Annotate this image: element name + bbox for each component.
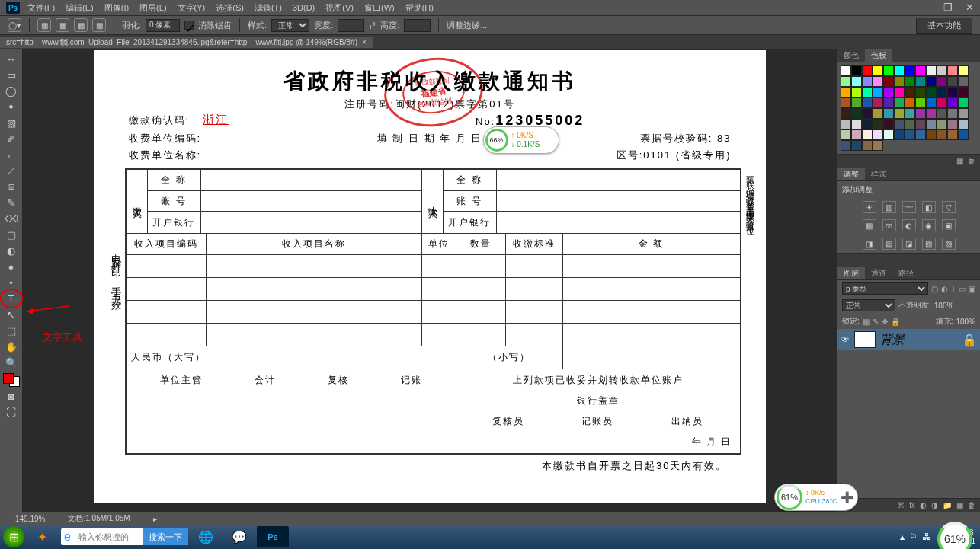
gradient-tool[interactable]: ▢	[3, 228, 20, 241]
swatch-cell[interactable]	[883, 108, 894, 119]
adj-vibrance-icon[interactable]: ▽	[942, 201, 956, 213]
swatch-cell[interactable]	[905, 108, 915, 119]
swatch-cell[interactable]	[883, 97, 894, 108]
lasso-tool[interactable]: ◯	[3, 84, 20, 97]
type-tool[interactable]: T	[3, 292, 20, 305]
menu-help[interactable]: 帮助(H)	[405, 2, 434, 14]
taskbar-app-360[interactable]: ✦	[26, 526, 58, 547]
layer-filter-select[interactable]: p 类型	[842, 282, 928, 295]
swatch-cell[interactable]	[915, 87, 926, 97]
adj-bw-icon[interactable]: ◐	[902, 219, 916, 231]
delete-swatch-icon[interactable]: 🗑	[968, 157, 975, 165]
swatch-cell[interactable]	[915, 97, 926, 108]
start-button[interactable]: ⊞	[3, 526, 24, 547]
adj-invert-icon[interactable]: ◨	[863, 238, 876, 250]
search-button[interactable]: 搜索一下	[143, 528, 188, 545]
swatch-cell[interactable]	[915, 108, 926, 119]
swatch-cell[interactable]	[841, 65, 851, 76]
lock-trans-icon[interactable]: ▦	[863, 318, 870, 326]
swatch-cell[interactable]	[926, 108, 937, 119]
taskbar-search[interactable]: e 搜索一下	[61, 528, 188, 545]
swatch-cell[interactable]	[862, 108, 873, 119]
menu-edit[interactable]: 编辑(E)	[66, 2, 94, 14]
shape-tool[interactable]: ⬚	[3, 324, 20, 337]
canvas-area[interactable]: 财政部监制 福建省 财政部监制 省政府非税收入缴款通知书 注册号码:闽财(201…	[23, 49, 837, 512]
swatch-cell[interactable]	[841, 119, 851, 129]
adj-gradient-icon[interactable]: ▧	[922, 238, 936, 250]
minimize-button[interactable]: —	[921, 2, 933, 13]
swatch-cell[interactable]	[958, 108, 969, 119]
menu-layer[interactable]: 图层(L)	[139, 2, 166, 14]
swatch-cell[interactable]	[883, 129, 894, 140]
sel-int-icon[interactable]: ▦	[92, 18, 106, 32]
swatch-cell[interactable]	[905, 119, 915, 129]
swatch-cell[interactable]	[958, 87, 969, 97]
layer-thumbnail[interactable]	[854, 331, 876, 348]
maximize-button[interactable]: ❐	[942, 2, 954, 13]
adj-levels-icon[interactable]: ▥	[882, 201, 896, 213]
swatch-cell[interactable]	[937, 76, 947, 87]
adj-thresh-icon[interactable]: ◪	[902, 238, 916, 250]
swatch-cell[interactable]	[883, 65, 894, 76]
stamp-tool[interactable]: ⧆	[3, 180, 20, 193]
swatch-cell[interactable]	[873, 129, 883, 140]
search-input[interactable]	[74, 532, 143, 541]
screenmode-tool[interactable]: ⛶	[3, 405, 20, 419]
taskbar-app-chrome[interactable]: 🌐	[190, 526, 222, 547]
menu-select[interactable]: 选择(S)	[216, 2, 244, 14]
group-icon[interactable]: 📁	[943, 501, 952, 509]
workspace-button[interactable]: 基本功能	[916, 18, 972, 34]
doc-info[interactable]: 文档:1.05M/1.05M	[68, 513, 130, 524]
link-layers-icon[interactable]: ⌘	[897, 501, 905, 509]
swatch-cell[interactable]	[894, 108, 905, 119]
menu-window[interactable]: 窗口(W)	[364, 2, 395, 14]
swatch-cell[interactable]	[851, 76, 862, 87]
eraser-tool[interactable]: ⌫	[3, 212, 20, 225]
quickmask-tool[interactable]: ◙	[3, 389, 20, 403]
filter-shape-icon[interactable]: ▭	[959, 285, 966, 293]
swatch-cell[interactable]	[926, 87, 937, 97]
swatch-cell[interactable]	[947, 87, 958, 97]
swatch-cell[interactable]	[841, 140, 851, 151]
swatch-cell[interactable]	[862, 87, 873, 97]
mask-icon[interactable]: ◐	[920, 501, 927, 509]
layers-panel-tab[interactable]: 图层	[837, 267, 865, 279]
menu-view[interactable]: 视图(V)	[325, 2, 354, 14]
swatch-cell[interactable]	[851, 87, 862, 97]
color-panel-tab[interactable]: 颜色	[837, 49, 865, 62]
swatch-cell[interactable]	[905, 87, 915, 97]
tray-up-icon[interactable]: ▴	[900, 531, 905, 542]
path-tool[interactable]: ↖	[3, 308, 20, 321]
swatch-cell[interactable]	[947, 129, 958, 140]
swatch-cell[interactable]	[926, 119, 937, 129]
swatch-cell[interactable]	[947, 97, 958, 108]
swatch-cell[interactable]	[841, 129, 851, 140]
swatch-cell[interactable]	[947, 76, 958, 87]
dodge-tool[interactable]: ●	[3, 260, 20, 273]
swatch-cell[interactable]	[905, 76, 915, 87]
adj-photo-icon[interactable]: ◉	[922, 219, 936, 231]
swatch-cell[interactable]	[894, 97, 905, 108]
history-tool[interactable]: ✎	[3, 196, 20, 209]
swatch-cell[interactable]	[926, 76, 937, 87]
swatch-cell[interactable]	[905, 129, 915, 140]
swatch-cell[interactable]	[873, 108, 883, 119]
menu-type[interactable]: 文字(Y)	[178, 2, 206, 14]
tray-action-icon[interactable]: ⚐	[909, 531, 918, 542]
adjustments-panel-tab[interactable]: 调整	[837, 168, 865, 180]
menu-file[interactable]: 文件(F)	[27, 2, 55, 14]
marquee-tool[interactable]: ▭	[3, 68, 20, 81]
zoom-level[interactable]: 149.19%	[15, 515, 45, 523]
menu-3d[interactable]: 3D(D)	[293, 3, 315, 12]
swatch-cell[interactable]	[841, 97, 851, 108]
swatch-cell[interactable]	[958, 119, 969, 129]
lock-pos-icon[interactable]: ✥	[882, 318, 888, 326]
taskbar-app-wechat[interactable]: 💬	[223, 526, 255, 547]
swatch-cell[interactable]	[883, 87, 894, 97]
swatch-cell[interactable]	[937, 108, 947, 119]
swatch-cell[interactable]	[958, 65, 969, 76]
sel-new-icon[interactable]: ▦	[37, 18, 51, 32]
swatch-cell[interactable]	[873, 65, 883, 76]
swatch-cell[interactable]	[905, 97, 915, 108]
swatch-cell[interactable]	[947, 119, 958, 129]
